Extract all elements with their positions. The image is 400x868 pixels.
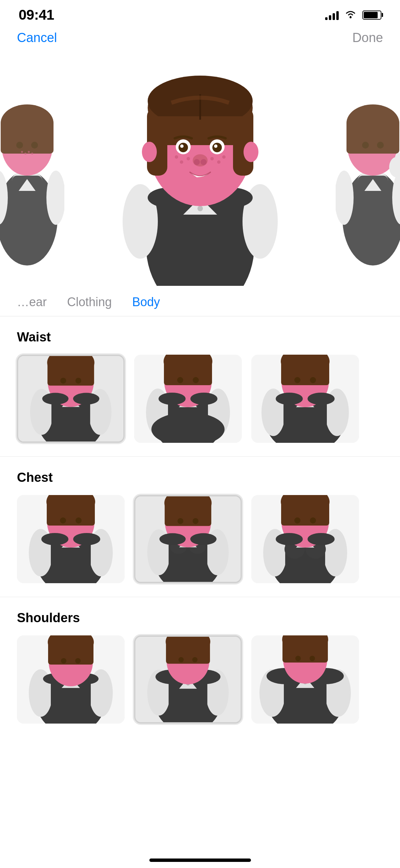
status-time: 09:41 [19,7,54,23]
svg-point-102 [294,377,300,383]
svg-point-45 [210,157,214,160]
svg-point-105 [308,393,335,405]
svg-rect-9 [1,120,54,154]
tab-clothing[interactable]: Clothing [67,295,112,311]
chest-option-grid [17,495,383,583]
nav-bar: Cancel Done [0,27,400,52]
wifi-icon [345,9,356,21]
svg-point-38 [214,144,217,148]
svg-rect-177 [166,642,210,664]
memoji-main [117,55,283,286]
svg-point-90 [190,393,217,405]
waist-option-1[interactable] [17,355,125,443]
svg-point-75 [42,393,69,405]
svg-point-15 [31,153,33,155]
svg-rect-72 [47,362,94,386]
svg-point-12 [21,151,23,153]
svg-point-149 [310,517,316,524]
shoulders-option-1[interactable] [17,635,125,724]
svg-point-135 [190,533,217,545]
chest-option-1[interactable] [17,495,125,583]
svg-point-24 [197,206,203,211]
svg-point-42 [175,155,178,159]
cancel-button[interactable]: Cancel [17,31,57,45]
memoji-preview-area [0,52,400,289]
svg-rect-163 [48,642,93,665]
svg-point-134 [160,533,186,545]
svg-point-40 [194,159,200,165]
svg-point-118 [41,533,68,545]
svg-point-103 [310,377,316,383]
chest-option-2[interactable] [134,495,242,583]
svg-point-37 [180,144,184,148]
svg-point-104 [276,393,303,405]
svg-point-150 [276,533,303,545]
svg-point-165 [75,658,81,664]
svg-point-41 [201,159,207,165]
shoulders-option-2[interactable] [134,635,242,724]
shoulders-option-3[interactable] [251,635,359,724]
svg-point-164 [61,658,66,664]
svg-point-36 [212,143,222,152]
svg-point-89 [159,393,186,405]
waist-option-3[interactable] [251,355,359,443]
svg-point-74 [76,378,81,383]
done-button[interactable]: Done [352,31,383,45]
svg-point-0 [350,16,352,18]
svg-rect-131 [165,503,211,526]
svg-point-47 [222,155,226,159]
chest-section: Chest [0,457,400,597]
svg-rect-86 [164,361,212,385]
chest-section-title: Chest [17,470,383,485]
waist-option-2[interactable] [134,355,242,443]
svg-point-151 [308,533,335,545]
svg-rect-191 [282,639,328,663]
svg-point-116 [60,517,66,524]
svg-point-44 [187,157,190,160]
svg-rect-101 [281,361,329,385]
waist-section-title: Waist [17,330,383,344]
svg-point-13 [24,153,26,155]
svg-rect-147 [281,502,329,526]
svg-point-11 [31,142,38,149]
shoulders-section-title: Shoulders [17,611,383,625]
shoulders-option-grid [17,635,383,724]
svg-point-178 [178,657,184,663]
svg-point-46 [217,160,220,164]
shoulders-section: Shoulders [0,597,400,737]
svg-point-14 [28,151,30,153]
svg-rect-31 [149,116,251,145]
svg-point-179 [192,657,198,663]
status-icons [325,9,381,21]
waist-section: Waist [0,316,400,457]
svg-point-10 [16,142,23,149]
svg-point-62 [377,142,384,149]
svg-point-88 [193,377,199,383]
tab-headwear[interactable]: …ear [17,295,47,311]
svg-point-148 [294,517,300,524]
svg-point-35 [178,143,188,152]
svg-point-43 [180,160,183,164]
svg-point-133 [193,518,198,524]
svg-point-76 [73,393,100,405]
svg-point-49 [244,142,258,162]
chest-option-3[interactable] [251,495,359,583]
memoji-side-left [0,76,64,265]
svg-point-192 [295,656,301,661]
svg-rect-115 [47,502,95,526]
signal-icon [325,10,339,20]
status-bar: 09:41 [0,0,400,27]
svg-point-193 [310,656,315,661]
svg-point-61 [362,142,369,149]
svg-point-132 [177,518,183,524]
svg-point-48 [142,142,157,162]
home-indicator [149,859,251,862]
svg-point-117 [76,517,82,524]
waist-option-grid [17,355,383,443]
svg-rect-60 [346,120,399,154]
memoji-side-right [336,76,400,265]
tab-body[interactable]: Body [132,295,160,311]
svg-point-87 [177,377,183,383]
category-tabs: …ear Clothing Body [0,289,400,316]
battery-icon [362,11,381,20]
